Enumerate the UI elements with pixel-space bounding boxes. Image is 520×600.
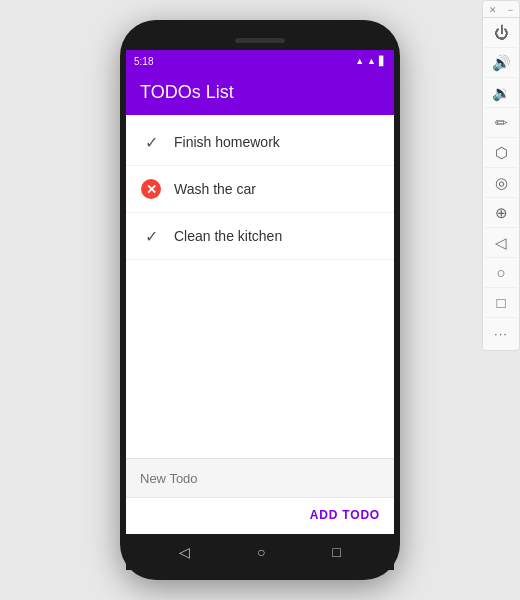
todo-text-2: Wash the car xyxy=(174,181,256,197)
new-todo-input-area[interactable] xyxy=(126,458,394,497)
back-button[interactable]: ◁ xyxy=(485,228,517,258)
recents-button[interactable]: □ xyxy=(485,288,517,318)
scene: 5:18 ▲ ▲ ▋ TODOs List ✓ Finish homework xyxy=(0,0,520,600)
phone-top-bar xyxy=(126,30,394,50)
back-nav-button[interactable]: ◁ xyxy=(179,544,190,560)
status-bar: 5:18 ▲ ▲ ▋ xyxy=(126,50,394,72)
close-toolbar-button[interactable]: ✕ xyxy=(487,5,499,15)
todo-text-1: Finish homework xyxy=(174,134,280,150)
speaker xyxy=(235,38,285,43)
todo-status-icon-2: ✕ xyxy=(140,178,162,200)
todo-item-3[interactable]: ✓ Clean the kitchen xyxy=(126,213,394,260)
status-icons: ▲ ▲ ▋ xyxy=(355,56,386,66)
x-icon-2: ✕ xyxy=(141,179,161,199)
battery-icon: ▋ xyxy=(379,56,386,66)
pen-button[interactable]: ✏ xyxy=(485,108,517,138)
add-button-row: ADD TODO xyxy=(126,497,394,534)
todo-item-1[interactable]: ✓ Finish homework xyxy=(126,119,394,166)
add-todo-button[interactable]: ADD TODO xyxy=(310,504,380,526)
volume-up-button[interactable]: 🔊 xyxy=(485,48,517,78)
navigation-bar: ◁ ○ □ xyxy=(126,534,394,570)
check-icon-3: ✓ xyxy=(145,227,158,246)
more-options-button[interactable]: ··· xyxy=(485,318,517,348)
todo-status-icon-3: ✓ xyxy=(140,225,162,247)
minimize-toolbar-button[interactable]: − xyxy=(506,5,515,15)
status-time: 5:18 xyxy=(134,56,153,67)
phone-frame: 5:18 ▲ ▲ ▋ TODOs List ✓ Finish homework xyxy=(120,20,400,580)
todo-status-icon-1: ✓ xyxy=(140,131,162,153)
camera-button[interactable]: ◎ xyxy=(485,168,517,198)
app-header: TODOs List xyxy=(126,72,394,115)
side-toolbar-top-bar: ✕ − xyxy=(483,3,519,18)
todo-item-2[interactable]: ✕ Wash the car xyxy=(126,166,394,213)
recents-nav-button[interactable]: □ xyxy=(332,544,340,560)
check-icon-1: ✓ xyxy=(145,133,158,152)
home-button[interactable]: ○ xyxy=(485,258,517,288)
volume-down-button[interactable]: 🔉 xyxy=(485,78,517,108)
zoom-button[interactable]: ⊕ xyxy=(485,198,517,228)
wifi-icon: ▲ xyxy=(355,56,364,66)
eraser-button[interactable]: ⬡ xyxy=(485,138,517,168)
signal-icon: ▲ xyxy=(367,56,376,66)
todo-list: ✓ Finish homework ✕ Wash the car ✓ Clean… xyxy=(126,115,394,458)
side-toolbar: ✕ − ⏻ 🔊 🔉 ✏ ⬡ ◎ ⊕ ◁ ○ □ ··· xyxy=(482,0,520,351)
power-button[interactable]: ⏻ xyxy=(485,18,517,48)
app-title: TODOs List xyxy=(140,82,380,103)
new-todo-input[interactable] xyxy=(140,471,380,486)
todo-text-3: Clean the kitchen xyxy=(174,228,282,244)
phone-screen: 5:18 ▲ ▲ ▋ TODOs List ✓ Finish homework xyxy=(126,50,394,570)
home-nav-button[interactable]: ○ xyxy=(257,544,265,560)
